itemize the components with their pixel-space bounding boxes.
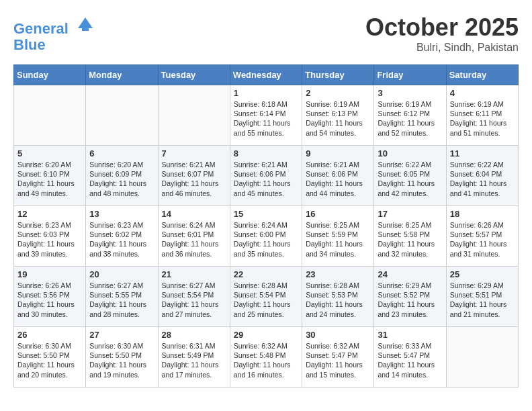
day-number: 23 (306, 269, 370, 279)
week-row-3: 12Sunrise: 6:23 AM Sunset: 6:03 PM Dayli… (14, 206, 519, 267)
logo-general: General (13, 20, 69, 37)
day-info: Sunrise: 6:29 AM Sunset: 5:51 PM Dayligh… (450, 281, 515, 319)
day-number: 22 (234, 269, 298, 279)
day-info: Sunrise: 6:21 AM Sunset: 6:06 PM Dayligh… (234, 160, 298, 198)
logo-blue: Blue (13, 36, 46, 53)
day-info: Sunrise: 6:20 AM Sunset: 6:10 PM Dayligh… (17, 160, 82, 198)
day-number: 7 (162, 148, 226, 158)
day-number: 4 (450, 88, 515, 98)
day-number: 5 (17, 148, 82, 158)
day-cell: 17Sunrise: 6:25 AM Sunset: 5:58 PM Dayli… (374, 206, 446, 267)
day-cell: 24Sunrise: 6:29 AM Sunset: 5:52 PM Dayli… (374, 267, 446, 327)
day-number: 10 (378, 148, 442, 158)
day-info: Sunrise: 6:23 AM Sunset: 6:03 PM Dayligh… (17, 220, 82, 259)
page-header: General Blue October 2025 Bulri, Sindh, … (13, 13, 519, 54)
day-cell: 15Sunrise: 6:24 AM Sunset: 6:00 PM Dayli… (230, 206, 302, 267)
day-number: 14 (162, 209, 226, 219)
day-info: Sunrise: 6:31 AM Sunset: 5:49 PM Dayligh… (162, 341, 226, 379)
day-number: 31 (378, 330, 442, 340)
day-info: Sunrise: 6:30 AM Sunset: 5:50 PM Dayligh… (17, 341, 82, 379)
day-info: Sunrise: 6:19 AM Sunset: 6:11 PM Dayligh… (450, 99, 515, 138)
day-cell: 5Sunrise: 6:20 AM Sunset: 6:10 PM Daylig… (14, 146, 86, 206)
weekday-thursday: Thursday (302, 65, 374, 85)
day-number: 9 (306, 148, 370, 158)
day-number: 11 (450, 148, 515, 158)
day-number: 16 (306, 209, 370, 219)
day-cell: 23Sunrise: 6:28 AM Sunset: 5:53 PM Dayli… (302, 267, 374, 327)
day-info: Sunrise: 6:27 AM Sunset: 5:54 PM Dayligh… (162, 281, 226, 319)
day-cell: 28Sunrise: 6:31 AM Sunset: 5:49 PM Dayli… (158, 327, 230, 387)
day-cell: 8Sunrise: 6:21 AM Sunset: 6:06 PM Daylig… (230, 146, 302, 206)
day-info: Sunrise: 6:28 AM Sunset: 5:54 PM Dayligh… (234, 281, 298, 319)
calendar-table: SundayMondayTuesdayWednesdayThursdayFrid… (13, 64, 519, 387)
day-number: 3 (378, 88, 442, 98)
day-number: 15 (234, 209, 298, 219)
day-cell: 13Sunrise: 6:23 AM Sunset: 6:02 PM Dayli… (86, 206, 158, 267)
day-info: Sunrise: 6:32 AM Sunset: 5:48 PM Dayligh… (234, 341, 298, 379)
day-info: Sunrise: 6:19 AM Sunset: 6:12 PM Dayligh… (378, 99, 442, 138)
weekday-friday: Friday (374, 65, 446, 85)
day-info: Sunrise: 6:24 AM Sunset: 6:01 PM Dayligh… (162, 220, 226, 259)
day-number: 24 (378, 269, 442, 279)
day-cell: 29Sunrise: 6:32 AM Sunset: 5:48 PM Dayli… (230, 327, 302, 387)
day-number: 29 (234, 330, 298, 340)
day-info: Sunrise: 6:25 AM Sunset: 5:58 PM Dayligh… (378, 220, 442, 259)
day-cell (86, 85, 158, 146)
day-info: Sunrise: 6:27 AM Sunset: 5:55 PM Dayligh… (89, 281, 154, 319)
day-number: 25 (450, 269, 515, 279)
day-cell: 9Sunrise: 6:21 AM Sunset: 6:06 PM Daylig… (302, 146, 374, 206)
weekday-sunday: Sunday (14, 65, 86, 85)
day-info: Sunrise: 6:24 AM Sunset: 6:00 PM Dayligh… (234, 220, 298, 259)
day-cell (14, 85, 86, 146)
day-info: Sunrise: 6:26 AM Sunset: 5:57 PM Dayligh… (450, 220, 515, 259)
day-info: Sunrise: 6:32 AM Sunset: 5:47 PM Dayligh… (306, 341, 370, 379)
weekday-saturday: Saturday (446, 65, 518, 85)
day-cell (158, 85, 230, 146)
day-cell: 26Sunrise: 6:30 AM Sunset: 5:50 PM Dayli… (14, 327, 86, 387)
day-info: Sunrise: 6:20 AM Sunset: 6:09 PM Dayligh… (89, 160, 154, 198)
title-block: October 2025 Bulri, Sindh, Pakistan (365, 13, 519, 54)
month-title: October 2025 (365, 13, 519, 42)
day-cell: 11Sunrise: 6:22 AM Sunset: 6:04 PM Dayli… (446, 146, 518, 206)
day-number: 30 (306, 330, 370, 340)
day-info: Sunrise: 6:28 AM Sunset: 5:53 PM Dayligh… (306, 281, 370, 319)
day-number: 18 (450, 209, 515, 219)
day-number: 8 (234, 148, 298, 158)
day-number: 27 (89, 330, 154, 340)
day-cell (446, 327, 518, 387)
weekday-header-row: SundayMondayTuesdayWednesdayThursdayFrid… (14, 65, 519, 85)
day-info: Sunrise: 6:18 AM Sunset: 6:14 PM Dayligh… (234, 99, 298, 138)
week-row-5: 26Sunrise: 6:30 AM Sunset: 5:50 PM Dayli… (14, 327, 519, 387)
logo-icon (75, 13, 95, 34)
day-number: 17 (378, 209, 442, 219)
logo: General Blue (13, 13, 95, 53)
svg-marker-1 (82, 28, 89, 31)
day-info: Sunrise: 6:25 AM Sunset: 5:59 PM Dayligh… (306, 220, 370, 259)
weekday-wednesday: Wednesday (230, 65, 302, 85)
weekday-tuesday: Tuesday (158, 65, 230, 85)
day-number: 28 (162, 330, 226, 340)
day-number: 20 (89, 269, 154, 279)
day-info: Sunrise: 6:19 AM Sunset: 6:13 PM Dayligh… (306, 99, 370, 138)
week-row-1: 1Sunrise: 6:18 AM Sunset: 6:14 PM Daylig… (14, 85, 519, 146)
weekday-monday: Monday (86, 65, 158, 85)
day-info: Sunrise: 6:30 AM Sunset: 5:50 PM Dayligh… (89, 341, 154, 379)
day-cell: 14Sunrise: 6:24 AM Sunset: 6:01 PM Dayli… (158, 206, 230, 267)
day-cell: 10Sunrise: 6:22 AM Sunset: 6:05 PM Dayli… (374, 146, 446, 206)
day-info: Sunrise: 6:22 AM Sunset: 6:05 PM Dayligh… (378, 160, 442, 198)
day-cell: 30Sunrise: 6:32 AM Sunset: 5:47 PM Dayli… (302, 327, 374, 387)
day-cell: 7Sunrise: 6:21 AM Sunset: 6:07 PM Daylig… (158, 146, 230, 206)
day-info: Sunrise: 6:23 AM Sunset: 6:02 PM Dayligh… (89, 220, 154, 259)
day-cell: 16Sunrise: 6:25 AM Sunset: 5:59 PM Dayli… (302, 206, 374, 267)
svg-marker-0 (78, 17, 93, 28)
day-number: 1 (234, 88, 298, 98)
day-number: 19 (17, 269, 82, 279)
day-cell: 21Sunrise: 6:27 AM Sunset: 5:54 PM Dayli… (158, 267, 230, 327)
day-info: Sunrise: 6:26 AM Sunset: 5:56 PM Dayligh… (17, 281, 82, 319)
day-cell: 1Sunrise: 6:18 AM Sunset: 6:14 PM Daylig… (230, 85, 302, 146)
day-info: Sunrise: 6:21 AM Sunset: 6:06 PM Dayligh… (306, 160, 370, 198)
day-cell: 18Sunrise: 6:26 AM Sunset: 5:57 PM Dayli… (446, 206, 518, 267)
week-row-2: 5Sunrise: 6:20 AM Sunset: 6:10 PM Daylig… (14, 146, 519, 206)
week-row-4: 19Sunrise: 6:26 AM Sunset: 5:56 PM Dayli… (14, 267, 519, 327)
day-cell: 12Sunrise: 6:23 AM Sunset: 6:03 PM Dayli… (14, 206, 86, 267)
